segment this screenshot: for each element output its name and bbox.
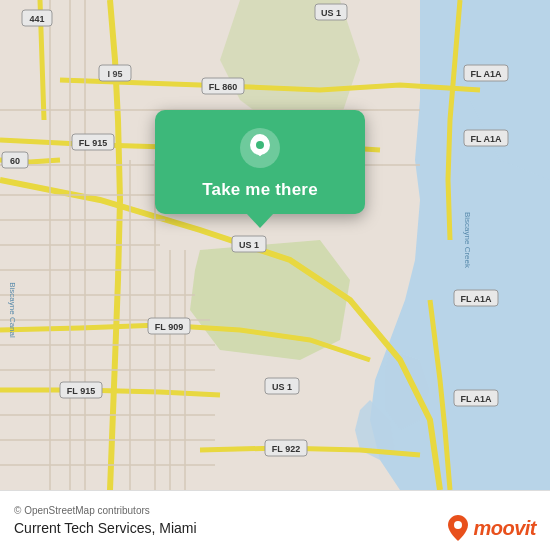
svg-text:Biscayne Creek: Biscayne Creek — [463, 212, 472, 269]
svg-text:US 1: US 1 — [272, 382, 292, 392]
svg-text:FL 909: FL 909 — [155, 322, 183, 332]
svg-text:FL 915: FL 915 — [79, 138, 107, 148]
map-container: US 1 US 1 US 1 FL 860 FL 915 FL 915 FL 9… — [0, 0, 550, 490]
moovit-branding: moovit — [447, 514, 536, 542]
svg-text:FL 915: FL 915 — [67, 386, 95, 396]
svg-text:441: 441 — [29, 14, 44, 24]
moovit-pin-icon — [447, 514, 469, 542]
location-pin-icon — [238, 126, 282, 170]
navigation-popup[interactable]: Take me there — [155, 110, 365, 214]
svg-point-58 — [454, 521, 462, 529]
svg-text:FL A1A: FL A1A — [470, 69, 502, 79]
svg-text:60: 60 — [10, 156, 20, 166]
svg-text:Biscayne Canal: Biscayne Canal — [8, 282, 17, 338]
svg-text:FL A1A: FL A1A — [460, 394, 492, 404]
footer: © OpenStreetMap contributors Current Tec… — [0, 490, 550, 550]
svg-text:FL 922: FL 922 — [272, 444, 300, 454]
moovit-wordmark: moovit — [473, 517, 536, 540]
take-me-there-button[interactable]: Take me there — [202, 180, 318, 200]
svg-text:US 1: US 1 — [321, 8, 341, 18]
svg-text:I 95: I 95 — [107, 69, 122, 79]
svg-text:FL A1A: FL A1A — [470, 134, 502, 144]
svg-text:FL 860: FL 860 — [209, 82, 237, 92]
svg-text:US 1: US 1 — [239, 240, 259, 250]
svg-point-57 — [256, 141, 264, 149]
map-background: US 1 US 1 US 1 FL 860 FL 915 FL 915 FL 9… — [0, 0, 550, 490]
svg-text:FL A1A: FL A1A — [460, 294, 492, 304]
